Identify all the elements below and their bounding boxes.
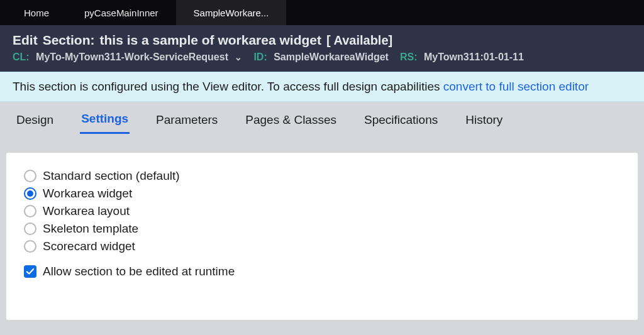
- banner-text: This section is configured using the Vie…: [13, 80, 440, 93]
- id-label: ID:: [253, 52, 267, 62]
- chevron-down-icon: ⌄: [235, 52, 242, 62]
- check-icon: [24, 265, 36, 278]
- radio-skeleton-template[interactable]: Skeleton template: [24, 222, 620, 236]
- subtab-specifications[interactable]: Specifications: [363, 109, 439, 133]
- rs-group: RS: MyTown311:01-01-11: [400, 52, 524, 63]
- cl-value: MyTo-MyTown311-Work-ServiceRequest: [36, 52, 228, 62]
- subtab-parameters[interactable]: Parameters: [155, 109, 219, 133]
- rs-label: RS:: [400, 52, 418, 62]
- radio-label: Scorecard widget: [43, 239, 135, 253]
- radio-label: Workarea widget: [43, 187, 132, 200]
- radio-standard-section[interactable]: Standard section (default): [24, 169, 620, 183]
- rule-meta: CL: MyTo-MyTown311-Work-ServiceRequest ⌄…: [13, 52, 631, 63]
- class-picker[interactable]: CL: MyTo-MyTown311-Work-ServiceRequest ⌄: [13, 52, 242, 63]
- radio-workarea-layout[interactable]: Workarea layout: [24, 204, 620, 218]
- tab-sampleworkarea[interactable]: SampleWorkare...: [176, 0, 287, 25]
- radio-label: Skeleton template: [43, 222, 138, 236]
- cl-label: CL:: [13, 52, 30, 62]
- id-group: ID: SampleWorkareaWidget: [253, 52, 389, 63]
- subtab-history[interactable]: History: [464, 109, 504, 133]
- radio-icon: [24, 222, 36, 235]
- edit-label: Edit: [13, 33, 38, 48]
- checkbox-allow-runtime-edit[interactable]: Allow section to be edited at runtime: [24, 265, 620, 278]
- subtab-pages-classes[interactable]: Pages & Classes: [244, 109, 338, 133]
- checkbox-label: Allow section to be edited at runtime: [43, 265, 235, 278]
- rule-subtabs: Design Settings Parameters Pages & Class…: [0, 102, 644, 134]
- top-tabbar: Home pyCaseMainInner SampleWorkare...: [0, 0, 644, 25]
- tab-home[interactable]: Home: [6, 0, 67, 25]
- radio-icon: [24, 170, 36, 182]
- radio-workarea-widget[interactable]: Workarea widget: [24, 187, 620, 200]
- radio-label: Standard section (default): [43, 169, 180, 183]
- rs-value: MyTown311:01-01-11: [424, 52, 524, 62]
- settings-card: Standard section (default) Workarea widg…: [6, 153, 638, 320]
- section-label: Section:: [43, 33, 95, 48]
- radio-icon: [24, 205, 36, 217]
- subtab-settings[interactable]: Settings: [80, 108, 130, 134]
- radio-scorecard-widget[interactable]: Scorecard widget: [24, 239, 620, 253]
- radio-icon: [24, 240, 36, 253]
- tab-pycasemaininner[interactable]: pyCaseMainInner: [67, 0, 176, 25]
- radio-icon: [24, 187, 36, 200]
- section-name: this is a sample of workarea widget: [100, 33, 321, 48]
- rule-title: Edit Section: this is a sample of workar…: [13, 33, 631, 48]
- subtab-design[interactable]: Design: [15, 109, 55, 133]
- radio-label: Workarea layout: [43, 204, 130, 218]
- convert-link[interactable]: convert to full section editor: [443, 80, 589, 93]
- availability-badge: [ Available]: [326, 33, 392, 48]
- info-banner: This section is configured using the Vie…: [0, 72, 644, 102]
- rule-header: Edit Section: this is a sample of workar…: [0, 25, 644, 72]
- id-value: SampleWorkareaWidget: [274, 52, 389, 62]
